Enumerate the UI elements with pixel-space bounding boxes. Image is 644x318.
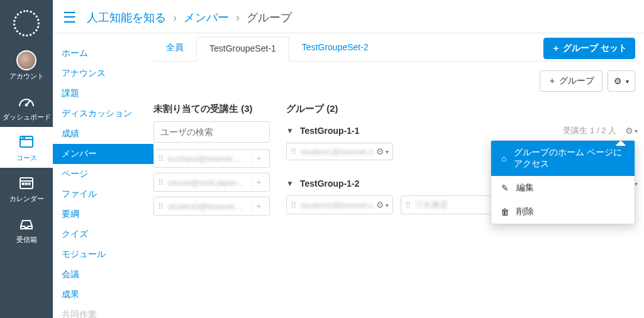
tab-groupset-2[interactable]: TestGroupeSet-2 xyxy=(289,36,381,61)
pencil-icon: ✎ xyxy=(500,183,510,193)
groups-title: グループ (2) xyxy=(286,103,638,115)
member-settings-button[interactable]: ⚙▾ xyxy=(376,200,389,210)
global-nav: アカウント ダッシュボード コース xyxy=(0,0,53,318)
avatar-icon xyxy=(16,50,36,70)
group-count: 受講生 1 / 2 人 xyxy=(563,125,616,136)
global-nav-calendar[interactable]: カレンダー xyxy=(0,168,53,209)
search-input[interactable] xyxy=(153,121,270,143)
book-icon xyxy=(18,134,35,150)
global-nav-label: カレンダー xyxy=(9,195,44,202)
add-group-button[interactable]: ＋ グループ xyxy=(540,70,602,92)
tabs: 全員 TestGroupeSet-1 TestGroupeSet-2 xyxy=(153,36,381,61)
global-nav-label: 受信箱 xyxy=(16,236,37,243)
breadcrumb: 人工知能を知る › メンバー › グループ xyxy=(87,10,292,25)
member-name: 三矢雅彦 xyxy=(415,199,491,211)
svg-rect-9 xyxy=(25,183,27,185)
groups-column: グループ (2) ▼ TestGroup-1-1 受講生 1 / 2 人 ⚙▾ xyxy=(286,103,638,228)
unassigned-user[interactable]: ⠿ student3@bownet.... ＋ xyxy=(153,197,270,216)
drag-handle-icon[interactable]: ⠿ xyxy=(158,154,164,163)
course-nav-grades[interactable]: 成績 xyxy=(53,124,153,144)
group-header[interactable]: ▼ TestGroup-1-1 受講生 1 / 2 人 ⚙▾ ⌂ グループのホー… xyxy=(286,121,638,143)
course-nav-syllabus[interactable]: 要綱 xyxy=(53,204,153,224)
breadcrumb-section[interactable]: メンバー xyxy=(184,11,229,24)
gear-icon: ⚙ xyxy=(614,76,622,86)
menu-item-visit-homepage[interactable]: ⌂ グループのホーム ページにアクセス xyxy=(491,141,635,176)
content: 全員 TestGroupeSet-1 TestGroupeSet-2 ＋ グルー… xyxy=(153,33,644,318)
breadcrumb-current: グループ xyxy=(247,11,292,24)
svg-rect-8 xyxy=(22,183,24,185)
menu-item-edit[interactable]: ✎ 編集 xyxy=(491,176,635,200)
collapse-icon[interactable]: ▼ xyxy=(286,126,294,135)
global-nav-courses[interactable]: コース xyxy=(0,127,53,168)
group-member[interactable]: ⠿ student1@bownet.c... ⚙▾ xyxy=(286,143,393,160)
unassigned-title: 未割り当ての受講生 (3) xyxy=(153,103,270,115)
tab-groupset-1[interactable]: TestGroupeSet-1 xyxy=(196,36,289,62)
course-nav-modules[interactable]: モジュール xyxy=(53,244,153,265)
hamburger-icon[interactable]: ☰ xyxy=(63,9,77,26)
member-settings-button[interactable]: ⚙▾ xyxy=(376,146,389,156)
topbar: ☰ 人工知能を知る › メンバー › グループ xyxy=(53,0,644,33)
group-name: TestGroup-1-1 xyxy=(300,126,564,136)
course-nav-pages[interactable]: ページ xyxy=(53,164,153,184)
course-nav-assignments[interactable]: 課題 xyxy=(53,84,153,104)
unassigned-column: 未割り当ての受講生 (3) ⠿ kurihara@bownet.... ＋ ⠿ … xyxy=(153,103,270,228)
breadcrumb-sep: › xyxy=(236,11,240,24)
drag-handle-icon[interactable]: ⠿ xyxy=(158,178,164,187)
drag-handle-icon[interactable]: ⠿ xyxy=(291,147,297,156)
group-settings-button[interactable]: ⚙▾ xyxy=(625,126,638,136)
gauge-icon xyxy=(18,95,35,107)
course-nav-outcomes[interactable]: 成果 xyxy=(53,285,153,305)
course-nav-announcements[interactable]: アナウンス xyxy=(53,63,153,84)
global-nav-label: アカウント xyxy=(9,72,44,80)
user-email: omura@smit-japan... xyxy=(168,178,252,187)
inbox-icon xyxy=(19,217,34,231)
unassigned-user[interactable]: ⠿ kurihara@bownet.... ＋ xyxy=(153,149,270,168)
main-region: ☰ 人工知能を知る › メンバー › グループ ホーム アナウンス 課題 ディス… xyxy=(53,0,644,318)
group: ▼ TestGroup-1-1 受講生 1 / 2 人 ⚙▾ ⌂ グループのホー… xyxy=(286,121,638,160)
svg-point-5 xyxy=(24,138,25,139)
assign-plus-icon[interactable]: ＋ xyxy=(252,153,265,164)
global-nav-dashboard[interactable]: ダッシュボード xyxy=(0,86,53,127)
menu-label: 編集 xyxy=(516,182,534,194)
drag-handle-icon[interactable]: ⠿ xyxy=(291,200,297,210)
svg-point-4 xyxy=(22,138,23,139)
course-nav-quizzes[interactable]: クイズ xyxy=(53,224,153,244)
user-email: kurihara@bownet.... xyxy=(168,154,252,163)
groupset-settings-button[interactable]: ⚙ ▾ xyxy=(608,70,635,92)
course-nav-files[interactable]: ファイル xyxy=(53,184,153,204)
drag-handle-icon[interactable]: ⠿ xyxy=(158,202,164,211)
breadcrumb-course[interactable]: 人工知能を知る xyxy=(87,11,166,24)
member-email: student2@bownet.c... xyxy=(301,200,376,210)
svg-line-1 xyxy=(26,101,30,105)
assign-plus-icon[interactable]: ＋ xyxy=(252,200,265,212)
global-nav-inbox[interactable]: 受信箱 xyxy=(0,209,53,249)
member-email: student1@bownet.c... xyxy=(301,147,376,156)
drag-handle-icon[interactable]: ⠿ xyxy=(405,200,411,210)
assign-plus-icon[interactable]: ＋ xyxy=(252,177,265,188)
collapse-icon[interactable]: ▼ xyxy=(286,179,294,188)
tab-all[interactable]: 全員 xyxy=(153,36,196,61)
course-nav-conferences[interactable]: 会議 xyxy=(53,265,153,285)
course-nav-people[interactable]: メンバー xyxy=(53,144,153,164)
global-nav-account[interactable]: アカウント xyxy=(0,45,53,86)
tabs-row: 全員 TestGroupeSet-1 TestGroupeSet-2 ＋ グルー… xyxy=(153,36,638,62)
group-member[interactable]: ⠿ student2@bownet.c... ⚙▾ xyxy=(286,195,393,214)
add-group-set-button[interactable]: ＋ グループ セット xyxy=(543,38,635,59)
menu-label: 削除 xyxy=(516,206,534,217)
global-nav-label: コース xyxy=(16,154,37,162)
breadcrumb-sep: › xyxy=(173,11,177,24)
caret-down-icon: ▾ xyxy=(635,128,638,134)
course-nav-discussions[interactable]: ディスカッション xyxy=(53,104,153,124)
course-nav-collaborations[interactable]: 共同作業 xyxy=(53,305,153,318)
caret-down-icon: ▾ xyxy=(626,78,629,85)
menu-item-delete[interactable]: 🗑 削除 xyxy=(491,200,635,224)
svg-rect-10 xyxy=(28,183,30,185)
menu-label: グループのホーム ページにアクセス xyxy=(514,147,626,170)
gear-icon: ⚙ xyxy=(625,126,633,136)
trash-icon: 🗑 xyxy=(500,207,510,217)
user-email: student3@bownet.... xyxy=(168,202,252,211)
unassigned-user[interactable]: ⠿ omura@smit-japan... ＋ xyxy=(153,173,270,192)
calendar-icon xyxy=(19,176,34,190)
course-nav-home[interactable]: ホーム xyxy=(53,43,153,63)
logo-icon xyxy=(13,10,40,36)
